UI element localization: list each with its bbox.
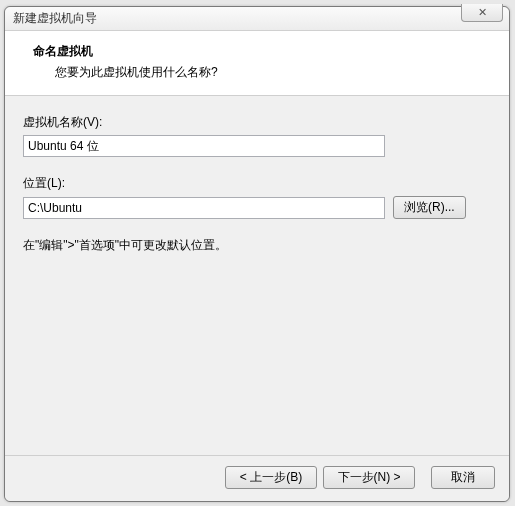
wizard-footer: < 上一步(B) 下一步(N) > 取消 (5, 455, 509, 501)
browse-button[interactable]: 浏览(R)... (393, 196, 466, 219)
new-vm-wizard-dialog: 新建虚拟机向导 ✕ 命名虚拟机 您要为此虚拟机使用什么名称? 虚拟机名称(V):… (4, 6, 510, 502)
next-button[interactable]: 下一步(N) > (323, 466, 415, 489)
cancel-button[interactable]: 取消 (431, 466, 495, 489)
header-subtitle: 您要为此虚拟机使用什么名称? (33, 64, 491, 81)
location-input[interactable] (23, 197, 385, 219)
wizard-header: 命名虚拟机 您要为此虚拟机使用什么名称? (5, 31, 509, 96)
header-title: 命名虚拟机 (33, 43, 491, 60)
hint-text: 在"编辑">"首选项"中可更改默认位置。 (23, 237, 491, 254)
wizard-content: 虚拟机名称(V): 位置(L): 浏览(R)... 在"编辑">"首选项"中可更… (5, 96, 509, 455)
location-row: 浏览(R)... (23, 196, 491, 219)
titlebar: 新建虚拟机向导 ✕ (5, 7, 509, 31)
location-label: 位置(L): (23, 175, 491, 192)
close-icon: ✕ (478, 6, 487, 19)
window-title: 新建虚拟机向导 (13, 10, 97, 27)
back-button[interactable]: < 上一步(B) (225, 466, 317, 489)
close-button[interactable]: ✕ (461, 4, 503, 22)
vm-name-input[interactable] (23, 135, 385, 157)
vm-name-label: 虚拟机名称(V): (23, 114, 491, 131)
